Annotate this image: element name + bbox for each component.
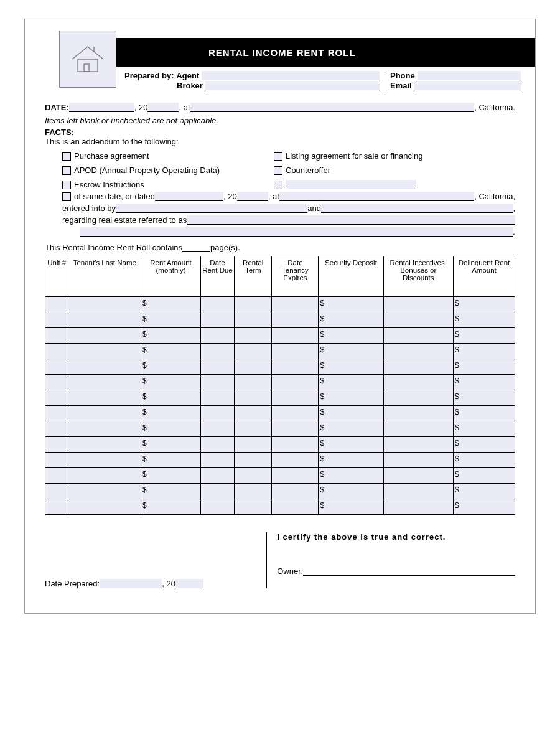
table-cell[interactable] [141,344,201,359]
table-cell[interactable] [235,453,272,468]
table-cell[interactable] [200,375,234,390]
table-cell[interactable] [383,375,453,390]
table-cell[interactable] [200,344,234,359]
table-cell[interactable] [68,499,141,515]
table-cell[interactable] [319,499,383,515]
table-cell[interactable] [319,437,383,453]
table-cell[interactable] [454,375,515,390]
table-cell[interactable] [200,312,234,328]
table-cell[interactable] [383,359,453,375]
table-cell[interactable] [45,453,68,468]
table-cell[interactable] [141,297,201,312]
table-cell[interactable] [454,406,515,421]
table-cell[interactable] [200,499,234,515]
table-cell[interactable] [272,344,319,359]
checkbox-other[interactable] [274,181,282,189]
table-cell[interactable] [45,468,68,484]
table-cell[interactable] [141,406,201,421]
table-cell[interactable] [383,484,453,499]
table-cell[interactable] [45,484,68,499]
email-field[interactable] [414,81,521,90]
date-prepared-field[interactable] [100,579,162,588]
table-cell[interactable] [319,468,383,484]
location-field[interactable] [190,103,475,112]
table-cell[interactable] [45,328,68,344]
table-cell[interactable] [319,328,383,344]
table-cell[interactable] [68,421,141,437]
table-cell[interactable] [383,406,453,421]
table-cell[interactable] [319,297,383,312]
table-cell[interactable] [383,328,453,344]
table-cell[interactable] [200,468,234,484]
table-cell[interactable] [45,297,68,312]
table-cell[interactable] [200,421,234,437]
table-cell[interactable] [45,359,68,375]
table-cell[interactable] [68,297,141,312]
table-cell[interactable] [235,328,272,344]
table-cell[interactable] [454,312,515,328]
table-cell[interactable] [68,468,141,484]
table-cell[interactable] [454,421,515,437]
table-cell[interactable] [235,390,272,406]
checkbox-purchase[interactable] [62,152,71,161]
table-cell[interactable] [200,406,234,421]
table-cell[interactable] [68,344,141,359]
table-cell[interactable] [383,390,453,406]
table-cell[interactable] [383,468,453,484]
table-cell[interactable] [272,406,319,421]
table-cell[interactable] [319,406,383,421]
table-cell[interactable] [141,421,201,437]
dated-location[interactable] [279,192,474,201]
table-cell[interactable] [141,453,201,468]
table-cell[interactable] [454,437,515,453]
checkbox-samedate[interactable] [62,192,71,201]
table-cell[interactable] [454,484,515,499]
dated-year[interactable] [237,192,268,201]
table-cell[interactable] [68,453,141,468]
regarding-field1[interactable] [187,215,515,225]
table-cell[interactable] [141,437,201,453]
table-cell[interactable] [68,437,141,453]
owner-signature[interactable] [303,566,515,576]
table-cell[interactable] [141,499,201,515]
table-cell[interactable] [383,421,453,437]
table-cell[interactable] [45,375,68,390]
regarding-field2[interactable] [80,227,513,237]
table-cell[interactable] [235,421,272,437]
table-cell[interactable] [383,453,453,468]
table-cell[interactable] [45,437,68,453]
table-cell[interactable] [45,344,68,359]
table-cell[interactable] [383,312,453,328]
table-cell[interactable] [319,312,383,328]
table-cell[interactable] [319,375,383,390]
table-cell[interactable] [319,344,383,359]
table-cell[interactable] [68,375,141,390]
checkbox-listing[interactable] [274,152,282,161]
table-cell[interactable] [454,359,515,375]
table-cell[interactable] [272,297,319,312]
table-cell[interactable] [454,344,515,359]
table-cell[interactable] [235,499,272,515]
table-cell[interactable] [235,406,272,421]
checkbox-apod[interactable] [62,166,71,175]
table-cell[interactable] [319,453,383,468]
table-cell[interactable] [68,312,141,328]
table-cell[interactable] [272,312,319,328]
table-cell[interactable] [272,390,319,406]
table-cell[interactable] [68,406,141,421]
table-cell[interactable] [235,359,272,375]
table-cell[interactable] [272,484,319,499]
table-cell[interactable] [383,297,453,312]
table-cell[interactable] [319,359,383,375]
table-cell[interactable] [68,328,141,344]
table-cell[interactable] [272,375,319,390]
entered-field2[interactable] [321,204,513,213]
table-cell[interactable] [235,297,272,312]
table-cell[interactable] [200,437,234,453]
table-cell[interactable] [45,421,68,437]
table-cell[interactable] [272,328,319,344]
table-cell[interactable] [454,468,515,484]
table-cell[interactable] [141,312,201,328]
table-cell[interactable] [200,484,234,499]
phone-field[interactable] [418,71,521,80]
